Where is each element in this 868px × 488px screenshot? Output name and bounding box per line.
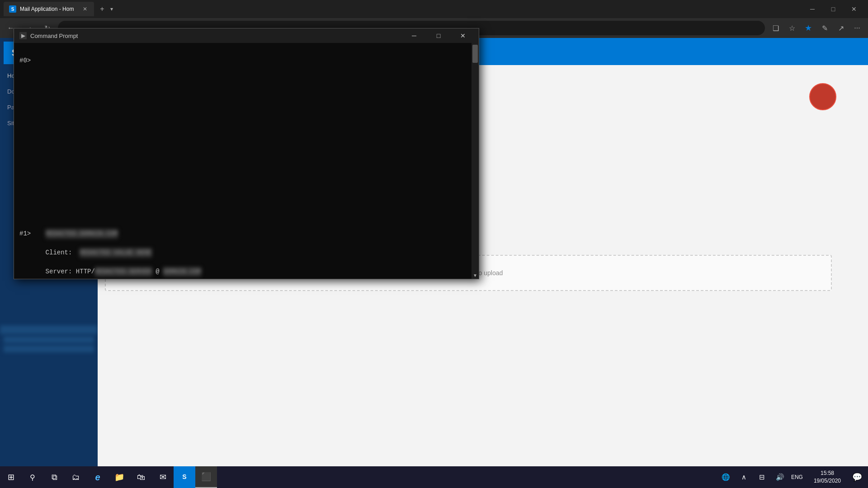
clock-date: 19/05/2020: [814, 477, 841, 485]
tray-lang: ENG: [791, 474, 803, 480]
taskbar-sharepoint[interactable]: S: [174, 466, 195, 488]
tab-dropdown-button[interactable]: ▾: [110, 6, 113, 12]
tab-favicon: S: [9, 5, 16, 13]
cmd-client-value: REDACTED.DOMAIN.COM: [46, 229, 118, 239]
taskbar-file-explorer[interactable]: 🗂: [65, 466, 87, 488]
task-view-button[interactable]: ⧉: [43, 466, 65, 488]
taskbar-tray: 🌐 ∧ ⊟ 🔊 ENG: [713, 466, 808, 488]
scrollbar-down-arrow[interactable]: ▼: [472, 272, 479, 279]
favorites-button[interactable]: ★: [801, 21, 816, 35]
cmd-server-line: Server: HTTP/REDACTED.SERVER @ DOMAIN.CO…: [30, 268, 201, 275]
user-avatar: [809, 83, 836, 110]
share-button[interactable]: ↗: [834, 21, 848, 35]
taskbar-edge[interactable]: e: [87, 466, 108, 488]
cmd-body: #0> #1> REDACTED.DOMAIN.COM Client: REDA…: [14, 43, 479, 279]
browser-titlebar: S Mail Application - Hom ✕ + ▾ ─ □ ✕: [0, 0, 868, 18]
taskbar-clock[interactable]: 15:58 19/05/2020: [808, 469, 846, 485]
sidebar-toggle-button[interactable]: ❏: [769, 21, 783, 35]
browser-maximize-button[interactable]: □: [823, 2, 844, 16]
notification-center-button[interactable]: 💬: [846, 466, 868, 488]
taskbar-terminal[interactable]: ⬛: [195, 466, 217, 488]
browser-toolbar-right: ❏ ☆ ★ ✎ ↗ ···: [769, 21, 864, 35]
tray-overflow-button[interactable]: ∧: [737, 466, 751, 488]
cmd-scrollbar[interactable]: ▲ ▼: [472, 43, 479, 279]
browser-minimize-button[interactable]: ─: [802, 2, 823, 16]
scrollbar-thumb[interactable]: [472, 45, 478, 63]
tab-title: Mail Application - Hom: [20, 6, 78, 12]
clock-time: 15:58: [814, 469, 841, 477]
more-button[interactable]: ···: [850, 21, 864, 35]
cmd-maximize-button[interactable]: □: [428, 28, 449, 43]
browser-tab-active[interactable]: S Mail Application - Hom ✕: [4, 2, 94, 16]
tray-network[interactable]: ⊟: [755, 466, 769, 488]
edit-button[interactable]: ✎: [817, 21, 832, 35]
command-prompt-window: ▶ Command Prompt ─ □ ✕ #0> #1> REDACTED.…: [14, 28, 479, 279]
cmd-prompt-1: #1>: [19, 230, 31, 237]
network-icon[interactable]: 🌐: [719, 466, 733, 488]
taskbar-mail[interactable]: ✉: [152, 466, 174, 488]
volume-icon[interactable]: 🔊: [773, 466, 788, 488]
cmd-window-icon: ▶: [19, 32, 27, 39]
taskbar-file-manager[interactable]: 📁: [108, 466, 130, 488]
taskbar-pinned-icons: 🗂 e 📁 🛍 ✉ S ⬛: [65, 466, 217, 488]
cmd-entry1: #1> REDACTED.DOMAIN.COM Client: REDACTED…: [19, 220, 466, 279]
start-button[interactable]: ⊞: [0, 466, 22, 488]
tab-close-button[interactable]: ✕: [81, 6, 89, 12]
cmd-client-label: Client:: [30, 249, 80, 256]
favorites-star-button[interactable]: ☆: [785, 21, 799, 35]
new-tab-button[interactable]: +: [96, 3, 108, 15]
cmd-output[interactable]: #0> #1> REDACTED.DOMAIN.COM Client: REDA…: [14, 43, 472, 279]
cmd-minimize-button[interactable]: ─: [404, 28, 425, 43]
cmd-close-button[interactable]: ✕: [453, 28, 473, 43]
cmd-window-title: Command Prompt: [30, 33, 400, 39]
cmd-titlebar: ▶ Command Prompt ─ □ ✕: [14, 28, 479, 43]
taskbar: ⊞ ⚲ ⧉ 🗂 e 📁 🛍 ✉ S ⬛ 🌐 ∧ ⊟ 🔊 ENG 15:58 19…: [0, 466, 868, 488]
search-button[interactable]: ⚲: [22, 466, 43, 488]
taskbar-store[interactable]: 🛍: [130, 466, 152, 488]
browser-close-button[interactable]: ✕: [844, 2, 864, 16]
browser-window-controls: ─ □ ✕: [802, 2, 864, 16]
